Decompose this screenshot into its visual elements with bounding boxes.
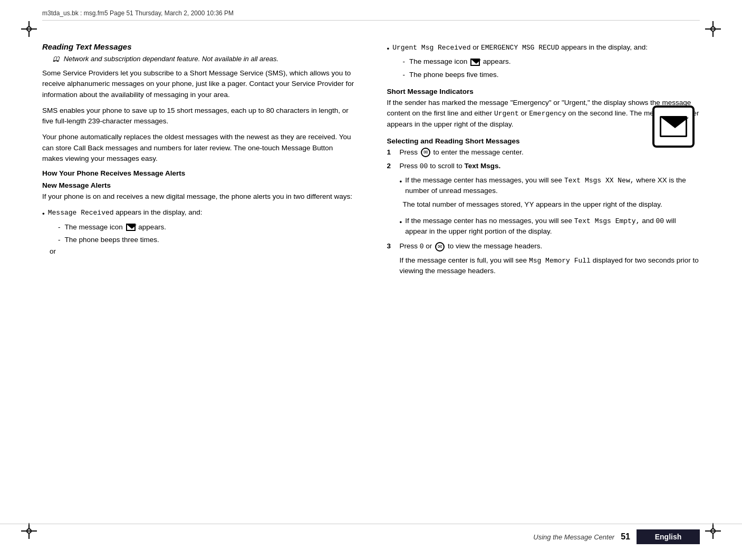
- right-column: • Urgent Msg Received or EMERGENCY MSG R…: [382, 42, 700, 518]
- message-icon-inline-1: [126, 224, 136, 231]
- emergency-code: EMERGENCY MSG RECUD: [481, 44, 559, 52]
- step2-text: Press 00 to scroll to Text Msgs.: [400, 161, 501, 172]
- main-content: Reading Text Messages 🕮 Network and subs…: [42, 42, 700, 518]
- message-button-icon: ✉: [421, 148, 430, 157]
- msg-memory-full-code: Msg Memory Full: [529, 257, 591, 265]
- message-icon-inline-2: [470, 59, 480, 66]
- sub-heading2: Short Message Indicators: [387, 88, 700, 95]
- text-msgs-empty-code: Text Msgs Empty,: [574, 217, 640, 225]
- bullet2: • Urgent Msg Received or EMERGENCY MSG R…: [387, 42, 700, 54]
- para1: Some Service Providers let you subscribe…: [42, 68, 355, 100]
- bullet-dot1: •: [42, 209, 45, 219]
- text-msgs-label: Text Msgs.: [464, 162, 500, 170]
- bullet-dot3: •: [400, 177, 402, 187]
- bullet1: • Message Received appears in the displa…: [42, 207, 355, 219]
- note-line: 🕮 Network and subscription dependant fea…: [53, 54, 355, 64]
- dash-symbol2: -: [58, 235, 61, 245]
- dash-symbol4: -: [403, 70, 406, 80]
- step3-para: If the message center is full, you will …: [400, 255, 700, 277]
- scroll-code: 00: [420, 162, 428, 170]
- emergency-inline-code: Emergency: [529, 110, 566, 118]
- sub-sub-heading1: New Message Alerts: [42, 181, 355, 189]
- zero-zero-code: 00: [656, 217, 664, 225]
- bullet1-text: Message Received appears in the display,…: [48, 207, 203, 218]
- dash4: - The phone beeps five times.: [403, 70, 700, 80]
- step1-num: 1: [387, 147, 396, 158]
- bullet2-text: Urgent Msg Received or EMERGENCY MSG REC…: [392, 42, 648, 53]
- big-message-icon: [652, 105, 695, 148]
- step3-text: Press 0 or ✉ to view the message headers…: [400, 241, 543, 252]
- para2: SMS enables your phone to save up to 15 …: [42, 105, 355, 127]
- step1-text: Press ✉ to enter the message center.: [400, 147, 524, 158]
- dash-symbol3: -: [403, 56, 406, 67]
- section-title: Reading Text Messages: [42, 42, 355, 51]
- dash3-text: The message icon appears.: [409, 56, 510, 67]
- step2: 2 Press 00 to scroll to Text Msgs.: [387, 161, 700, 172]
- footer-text: Using the Message Center: [533, 533, 614, 541]
- corner-mark-tl: [21, 21, 37, 37]
- para3: Your phone automatically replaces the ol…: [42, 132, 355, 164]
- envelope-icon: [660, 116, 687, 137]
- sub-para1: The total number of messages stored, YY …: [403, 199, 700, 210]
- step3: 3 Press 0 or ✉ to view the message heade…: [387, 241, 700, 252]
- footer-language: English: [637, 529, 700, 544]
- new-msg-alerts-para: If your phone is on and receives a new d…: [42, 191, 355, 202]
- note-text: Network and subscription dependant featu…: [64, 55, 279, 63]
- header-text: m3tda_us.bk : msg.fm5 Page 51 Thursday, …: [42, 9, 234, 17]
- urgent-code: Urgent Msg Received: [392, 44, 470, 52]
- bullet-dot4: •: [400, 217, 402, 228]
- message-button-icon2: ✉: [435, 242, 445, 252]
- dash2: - The phone beeps three times.: [58, 235, 355, 245]
- page-header: m3tda_us.bk : msg.fm5 Page 51 Thursday, …: [42, 9, 700, 21]
- note-icon: 🕮: [53, 54, 60, 64]
- dash3: - The message icon appears.: [403, 56, 700, 67]
- left-column: Reading Text Messages 🕮 Network and subs…: [42, 42, 366, 518]
- dash2-text: The phone beeps three times.: [65, 235, 159, 245]
- dash1-text: The message icon appears.: [65, 222, 166, 233]
- bullet4: • If the message center has no messages,…: [400, 216, 700, 237]
- corner-mark-tr: [705, 21, 721, 37]
- msg-received-code: Message Received: [48, 209, 114, 217]
- or-line: or: [50, 247, 355, 255]
- page-footer: Using the Message Center 51 English: [0, 524, 742, 544]
- footer-page-num: 51: [621, 532, 630, 542]
- bullet3: • If the message center has messages, yo…: [400, 175, 700, 197]
- dash4-text: The phone beeps five times.: [409, 70, 499, 80]
- text-msgs-xx-code: Text Msgs XX New,: [564, 177, 634, 185]
- step3-num: 3: [387, 241, 396, 252]
- dash1: - The message icon appears.: [58, 222, 355, 233]
- urgent-inline-code: Urgent: [494, 110, 519, 118]
- bullet3-text: If the message center has messages, you …: [405, 175, 700, 197]
- step1: 1 Press ✉ to enter the message center.: [387, 147, 700, 158]
- dash-symbol1: -: [58, 222, 61, 233]
- scroll-btn-code: 0: [420, 243, 424, 250]
- step2-num: 2: [387, 161, 396, 171]
- bullet4-text: If the message center has no messages, y…: [405, 216, 700, 237]
- sub-heading1: How Your Phone Receives Message Alerts: [42, 169, 355, 177]
- bullet-dot2: •: [387, 44, 390, 54]
